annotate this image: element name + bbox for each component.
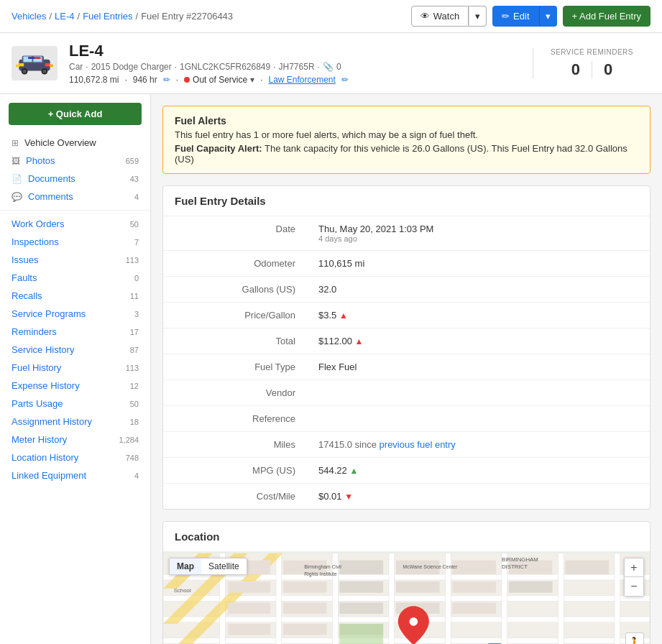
detail-value-reference [307, 406, 650, 431]
detail-label-total: Total [163, 328, 307, 354]
sidebar-label: Comments [28, 191, 73, 202]
watch-dropdown[interactable]: ▾ [469, 6, 487, 27]
svg-point-7 [42, 70, 46, 73]
sidebar-item-linked-equipment[interactable]: Linked Equipment 4 [0, 466, 150, 484]
grid-icon: ⊞ [12, 138, 19, 148]
sidebar-item-fuel-history[interactable]: Fuel History 113 [0, 359, 150, 377]
map-tab-map[interactable]: Map [170, 558, 201, 574]
hours-edit-icon[interactable]: ✏ [163, 75, 170, 85]
vehicle-info: LE-4 Car · 2015 Dodge Charger · 1GNLC2KC… [12, 42, 349, 85]
svg-point-5 [23, 70, 27, 73]
eye-icon: 👁 [420, 11, 430, 22]
sidebar-item-faults[interactable]: Faults 0 [0, 269, 150, 287]
detail-label-cost-mile: Cost/Mile [163, 484, 307, 509]
sidebar-count: 17 [130, 328, 139, 336]
sidebar-label: Recalls [12, 290, 42, 301]
flag-red-up: ▲ [339, 310, 348, 321]
detail-row-odometer: Odometer 110,615 mi [163, 251, 650, 277]
sidebar-label: Photos [26, 155, 55, 166]
sidebar-count: 7 [134, 238, 139, 247]
vehicle-hours: 946 hr [133, 75, 157, 85]
detail-label-miles: Miles [163, 432, 307, 457]
svg-rect-23 [389, 553, 395, 644]
edit-button[interactable]: ✏ Edit [492, 6, 538, 27]
detail-label-reference: Reference [163, 406, 307, 431]
sidebar-item-parts-usage[interactable]: Parts Usage 50 [0, 395, 150, 413]
svg-rect-11 [28, 57, 35, 59]
svg-point-63 [409, 617, 418, 626]
sidebar-item-comments[interactable]: 💬 Comments 4 [0, 188, 150, 206]
sidebar-count: 748 [126, 454, 139, 462]
sidebar-label: Faults [12, 272, 37, 283]
detail-row-total: Total $112.00 ▲ [163, 328, 650, 354]
comment-icon: 💬 [12, 192, 22, 202]
map-tab-satellite[interactable]: Satellite [201, 558, 247, 574]
sidebar-label: Inspections [12, 236, 59, 247]
fuel-alerts-text: This fuel entry has 1 or more fuel alert… [175, 129, 638, 140]
sidebar-label: Service Programs [12, 308, 86, 319]
sidebar-item-recalls[interactable]: Recalls 11 [0, 287, 150, 305]
sidebar-item-photos[interactable]: 🖼 Photos 659 [0, 152, 150, 170]
vehicle-status: Out of Service ▾ [184, 75, 254, 85]
map-zoom-in[interactable]: + [625, 558, 643, 577]
fuel-entry-title: Fuel Entry Details [163, 186, 650, 216]
detail-row-miles: Miles 17415.0 since previous fuel entry [163, 432, 650, 458]
sidebar-item-vehicle-overview[interactable]: ⊞ Vehicle Overview [0, 134, 150, 152]
sidebar-item-service-history[interactable]: Service History 87 [0, 341, 150, 359]
doc-icon: 📄 [12, 174, 22, 184]
detail-value-vendor [307, 380, 650, 405]
sidebar-item-reminders[interactable]: Reminders 17 [0, 323, 150, 341]
group-edit-icon[interactable]: ✏ [341, 75, 349, 85]
sidebar-item-meter-history[interactable]: Meter History 1,284 [0, 431, 150, 448]
sidebar-label: Parts Usage [12, 398, 63, 409]
status-dot [184, 77, 190, 83]
sidebar-count: 50 [130, 400, 139, 408]
content: Fuel Alerts This fuel entry has 1 or mor… [151, 94, 662, 644]
svg-rect-48 [452, 602, 496, 614]
sidebar-label: Work Orders [12, 218, 64, 229]
fuel-capacity-label: Fuel Capacity Alert: [175, 143, 262, 154]
sidebar-item-issues[interactable]: Issues 113 [0, 251, 150, 269]
sidebar-item-expense-history[interactable]: Expense History 12 [0, 377, 150, 395]
flag-green-up: ▲ [349, 466, 358, 476]
breadcrumb-vehicles[interactable]: Vehicles [12, 11, 46, 22]
sidebar-count: 50 [130, 220, 139, 229]
sidebar-count: 11 [130, 292, 139, 300]
breadcrumb-fuel-entries[interactable]: Fuel Entries [83, 11, 132, 22]
vehicle-group[interactable]: Law Enforcement [268, 75, 335, 85]
vehicle-details: LE-4 Car · 2015 Dodge Charger · 1GNLC2KC… [69, 42, 349, 85]
edit-dropdown[interactable]: ▾ [539, 6, 557, 27]
sidebar-item-service-programs[interactable]: Service Programs 3 [0, 305, 150, 323]
map-zoom-out[interactable]: − [625, 577, 643, 596]
svg-rect-50 [509, 581, 553, 593]
sidebar-section-main: Work Orders 50 Inspections 7 Issues 113 … [0, 215, 150, 484]
sidebar-count: 1,284 [119, 436, 139, 444]
previous-fuel-entry-link[interactable]: previous fuel entry [380, 439, 456, 450]
location-title: Location [163, 522, 650, 552]
map-container: School Birmingham Birmingham Civil Right… [163, 552, 650, 644]
sidebar-item-inspections[interactable]: Inspections 7 [0, 233, 150, 251]
breadcrumb-le4[interactable]: LE-4 [55, 11, 74, 22]
sidebar-item-work-orders[interactable]: Work Orders 50 [0, 215, 150, 233]
status-dropdown[interactable]: ▾ [250, 75, 254, 85]
watch-button[interactable]: 👁 Watch [411, 6, 469, 27]
topbar: Vehicles / LE-4 / Fuel Entries / Fuel En… [0, 0, 662, 33]
svg-rect-34 [228, 624, 270, 635]
svg-rect-8 [19, 63, 24, 66]
attachment-icon: 📎 [323, 62, 334, 72]
quick-add-button[interactable]: + Quick Add [9, 103, 142, 125]
svg-rect-52 [339, 624, 383, 644]
detail-value-cost-mile: $0.01 ▼ [307, 484, 650, 509]
svg-text:Rights Institute: Rights Institute [304, 571, 337, 577]
pegman[interactable]: 🚶 [625, 632, 644, 644]
map-controls: + − [624, 558, 644, 597]
sidebar-item-assignment-history[interactable]: Assignment History 18 [0, 413, 150, 431]
add-fuel-entry-button[interactable]: + Add Fuel Entry [563, 6, 650, 27]
sidebar-item-location-history[interactable]: Location History 748 [0, 448, 150, 466]
service-reminders-open: 0 [571, 60, 580, 79]
sidebar-label: Issues [12, 254, 39, 265]
sidebar-item-documents[interactable]: 📄 Documents 43 [0, 170, 150, 188]
sidebar-label: Linked Equipment [12, 470, 86, 481]
vehicle-year-make-model: 2015 Dodge Charger [91, 62, 172, 72]
svg-rect-40 [339, 581, 383, 593]
